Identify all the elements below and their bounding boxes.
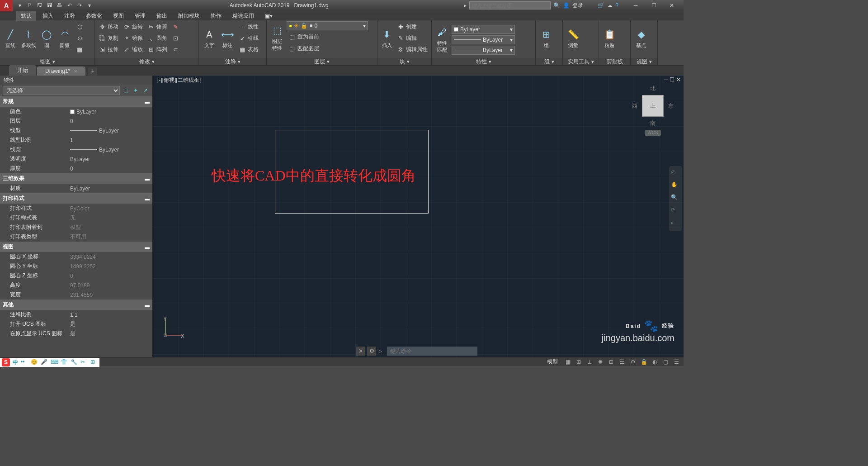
- draw-extra-3[interactable]: ▦: [74, 44, 85, 55]
- sb-isolate-icon[interactable]: ◐: [650, 358, 659, 366]
- qat-save-icon[interactable]: 🖫: [35, 1, 44, 10]
- panel-annot-label[interactable]: 注释 ▾: [199, 58, 266, 65]
- cmd-history-icon[interactable]: ✕: [356, 347, 365, 356]
- nav-showmotion-icon[interactable]: ▸: [671, 219, 680, 228]
- cat-3deffect[interactable]: 三维效果▬: [0, 173, 152, 184]
- linetype-button[interactable]: ┄线性: [237, 21, 260, 32]
- search-icon[interactable]: 🔍: [553, 2, 560, 9]
- panel-block-label[interactable]: 块 ▾: [377, 58, 431, 65]
- pickadd-icon[interactable]: ✦: [132, 86, 140, 95]
- sb-snap-icon[interactable]: ⊞: [574, 358, 583, 366]
- sb-osnap-icon[interactable]: ⊡: [607, 358, 616, 366]
- selectobj-icon[interactable]: ↗: [142, 86, 150, 95]
- app-logo[interactable]: A: [0, 0, 13, 11]
- panel-modify-label[interactable]: 修改 ▾: [95, 58, 198, 65]
- color-dropdown[interactable]: ByLayer▾: [452, 25, 515, 34]
- sb-clean-icon[interactable]: ▢: [661, 358, 670, 366]
- close-tab-icon[interactable]: ✕: [74, 69, 77, 74]
- signin-label[interactable]: 登录: [572, 2, 583, 10]
- ime-tool-icon[interactable]: 🔧: [71, 359, 78, 366]
- sb-lweight-icon[interactable]: ☰: [618, 358, 627, 366]
- nav-pan-icon[interactable]: ✋: [671, 181, 680, 190]
- a360-icon[interactable]: ☁: [607, 2, 613, 9]
- tab-default[interactable]: 默认: [16, 11, 36, 21]
- text-button[interactable]: A文字: [201, 21, 218, 56]
- viewport-max-icon[interactable]: ☐: [670, 76, 675, 83]
- command-input[interactable]: [387, 347, 477, 356]
- minimize-button[interactable]: ─: [627, 0, 645, 11]
- cat-other[interactable]: 其他▬: [0, 300, 152, 310]
- selection-dropdown[interactable]: 无选择: [3, 86, 120, 95]
- move-button[interactable]: ✥移动: [97, 21, 120, 32]
- file-tab-start[interactable]: 开始: [9, 65, 36, 76]
- prop-cx-value[interactable]: 3334.0224: [70, 254, 152, 260]
- prop-height-value[interactable]: 97.0189: [70, 282, 152, 289]
- tab-featured[interactable]: 精选应用: [228, 11, 259, 21]
- sb-grid-icon[interactable]: ▦: [563, 358, 572, 366]
- prop-material-value[interactable]: ByLayer: [70, 185, 152, 192]
- qat-undo-icon[interactable]: ↶: [65, 1, 74, 10]
- viewcube-west[interactable]: 西: [632, 102, 637, 110]
- layer-dropdown[interactable]: ●☀🔓■0▾: [287, 21, 368, 30]
- prop-ltscale-value[interactable]: 1: [70, 137, 152, 143]
- viewcube-east[interactable]: 东: [668, 102, 674, 110]
- rotate-button[interactable]: ⟳旋转: [121, 21, 145, 32]
- layer-match-button[interactable]: ⬚匹配图层: [287, 43, 321, 54]
- viewcube-top[interactable]: 上: [642, 95, 664, 117]
- mirror-button[interactable]: ⌖镜像: [121, 33, 145, 43]
- sb-model-badge[interactable]: 模型: [543, 357, 561, 366]
- ime-lang[interactable]: 中: [13, 359, 18, 366]
- copy-button[interactable]: ⿻复制: [97, 33, 120, 43]
- file-tab-drawing1[interactable]: Drawing1*✕: [37, 67, 85, 76]
- signin-icon[interactable]: 👤: [563, 2, 570, 9]
- modify-extra-1[interactable]: ✎: [170, 21, 181, 32]
- draw-extra-2[interactable]: ⊙: [74, 33, 85, 43]
- prop-cy-value[interactable]: 1499.3252: [70, 263, 152, 270]
- layer-props-button[interactable]: ⬚图层 特性: [269, 21, 286, 54]
- draw-extra-1[interactable]: ⬡: [74, 21, 85, 32]
- viewcube-north[interactable]: 北: [650, 85, 656, 92]
- match-props-button[interactable]: 🖌特性 匹配: [434, 23, 451, 57]
- prop-layer-value[interactable]: 0: [70, 118, 152, 124]
- prop-color-value[interactable]: ByLayer: [70, 109, 152, 115]
- panel-draw-label[interactable]: 绘图 ▾: [0, 58, 94, 65]
- tab-output[interactable]: 输出: [152, 11, 172, 21]
- modify-extra-2[interactable]: ⊡: [170, 33, 181, 43]
- panel-util-label[interactable]: 实用工具 ▾: [563, 58, 599, 65]
- sb-ortho-icon[interactable]: ⊥: [585, 358, 594, 366]
- arc-button[interactable]: ◠圆弧: [56, 21, 73, 56]
- viewcube-south[interactable]: 南: [650, 119, 656, 127]
- nav-zoom-icon[interactable]: 🔍: [671, 194, 680, 203]
- tab-parametric[interactable]: 参数化: [81, 11, 107, 21]
- cmd-config-icon[interactable]: ⚙: [367, 347, 376, 356]
- qat-more-icon[interactable]: ▾: [85, 1, 94, 10]
- stretch-button[interactable]: ⇲拉伸: [97, 44, 120, 55]
- prop-cz-value[interactable]: 0: [70, 273, 152, 279]
- prop-lweight-value[interactable]: ByLayer: [70, 147, 152, 153]
- trim-button[interactable]: ✂修剪: [146, 21, 169, 32]
- drawing-canvas[interactable]: [-][俯视][二维线框] ─ ☐ ✕ 快速将CAD中的直接转化成圆角 YX 北…: [153, 76, 684, 357]
- paste-button[interactable]: 📋粘贴: [601, 21, 618, 56]
- cat-plotstyle[interactable]: 打印样式▬: [0, 193, 152, 204]
- cat-view[interactable]: 视图▬: [0, 242, 152, 252]
- create-block-button[interactable]: ✚创建: [395, 21, 429, 32]
- ime-emoji-icon[interactable]: 😊: [31, 359, 38, 366]
- prop-thick-value[interactable]: 0: [70, 166, 152, 172]
- dimension-button[interactable]: ⟷标注: [219, 21, 236, 56]
- tab-collab[interactable]: 协作: [206, 11, 226, 21]
- tab-addins[interactable]: 附加模块: [174, 11, 204, 21]
- prop-transp-value[interactable]: ByLayer: [70, 156, 152, 162]
- sb-polar-icon[interactable]: ✺: [596, 358, 605, 366]
- prop-linetype-value[interactable]: ByLayer: [70, 128, 152, 134]
- nav-wheel-icon[interactable]: ◎: [671, 169, 680, 178]
- sb-annoscale-icon[interactable]: 🔒: [639, 358, 648, 366]
- viewport-close-icon[interactable]: ✕: [676, 76, 681, 83]
- viewport-min-icon[interactable]: ─: [664, 76, 668, 83]
- leader-button[interactable]: ↙引线: [237, 33, 260, 43]
- tab-insert[interactable]: 插入: [38, 11, 58, 21]
- panel-clip-label[interactable]: 剪贴板: [599, 58, 630, 65]
- group-button[interactable]: ⊞组: [538, 21, 555, 56]
- polyline-button[interactable]: ⌇多段线: [20, 21, 37, 56]
- array-button[interactable]: ⊞阵列: [146, 44, 169, 55]
- edit-block-button[interactable]: ✎编辑: [395, 33, 429, 43]
